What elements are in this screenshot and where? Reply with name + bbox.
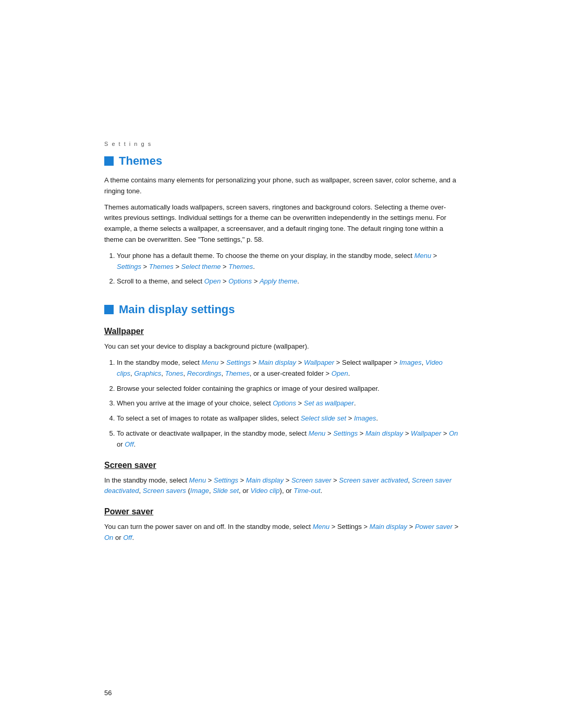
wp-item5-wallpaper[interactable]: Wallpaper — [411, 429, 441, 437]
wp-item4-selectslideset[interactable]: Select slide set — [301, 414, 346, 422]
themes-item1-sep1: > — [431, 252, 437, 260]
wallpaper-item-2: Browse your selected folder containing t… — [117, 384, 459, 394]
wp-item1-sep5: , — [422, 359, 425, 366]
wallpaper-item-4: To select a set of images to rotate as w… — [117, 413, 459, 424]
themes-item1-link-selecttheme[interactable]: Select theme — [181, 263, 221, 270]
ss-sep4: > — [331, 476, 339, 484]
ss-sep9: , or — [239, 487, 250, 495]
themes-item2-link-open[interactable]: Open — [204, 277, 221, 285]
wp-item1-graphics[interactable]: Graphics — [134, 369, 161, 377]
ps-powersaver[interactable]: Power saver — [415, 523, 452, 530]
main-display-heading: Main display settings — [104, 303, 459, 316]
wp-item5-menu[interactable]: Menu — [309, 429, 326, 437]
wp-item1-recordings[interactable]: Recordings — [187, 369, 222, 377]
wp-item1-sep8: , — [183, 369, 187, 377]
screen-saver-body: In the standby mode, select Menu > Setti… — [104, 475, 459, 497]
wp-item1-open[interactable]: Open — [332, 369, 348, 377]
themes-item2-sep1: > — [221, 277, 228, 285]
ps-before: You can turn the power saver on and off.… — [104, 523, 313, 530]
wp-item4-after: . — [376, 414, 378, 422]
wallpaper-title: Wallpaper — [104, 327, 459, 336]
themes-item1-text-before: Your phone has a default theme. To choos… — [117, 252, 414, 260]
page: S e t t i n g s Themes A theme contains … — [0, 0, 563, 728]
content-area: S e t t i n g s Themes A theme contains … — [0, 0, 563, 590]
screen-saver-title: Screen saver — [104, 461, 459, 470]
themes-item1-sep3: > — [174, 263, 181, 270]
themes-item2-text-after: . — [297, 277, 299, 285]
themes-body2: Themes automatically loads wallpapers, s… — [104, 202, 459, 245]
ps-sep4: or — [113, 534, 123, 541]
wp-item4-images[interactable]: Images — [354, 414, 376, 422]
wp-item5-before: To activate or deactivate wallpaper, in … — [117, 429, 309, 437]
wp-item1-wallpaper[interactable]: Wallpaper — [304, 359, 334, 366]
ss-menu[interactable]: Menu — [189, 476, 206, 484]
themes-item1-link-settings[interactable]: Settings — [117, 263, 141, 270]
ps-menu[interactable]: Menu — [313, 523, 330, 530]
settings-label: S e t t i n g s — [104, 141, 459, 147]
ss-screensaver[interactable]: Screen saver — [291, 476, 332, 484]
wp-item5-sep4: > — [441, 429, 449, 437]
themes-item1-text-after: . — [253, 263, 255, 270]
wallpaper-item-1: In the standby mode, select Menu > Setti… — [117, 357, 459, 379]
ss-screensavers[interactable]: Screen savers — [143, 487, 186, 495]
ps-off[interactable]: Off — [123, 534, 132, 541]
wp-item5-maindisplay[interactable]: Main display — [365, 429, 403, 437]
themes-item2-sep2: > — [252, 277, 260, 285]
ps-on[interactable]: On — [104, 534, 113, 541]
ss-after: ), or — [280, 487, 294, 495]
ss-videoclip[interactable]: Video clip — [250, 487, 279, 495]
themes-heading: Themes — [104, 154, 459, 168]
themes-icon — [104, 156, 114, 166]
wp-item1-after2: . — [348, 369, 350, 377]
wp-item1-tones[interactable]: Tones — [165, 369, 183, 377]
wp-item1-sep3: > — [296, 359, 304, 366]
wp-item2-text: Browse your selected folder containing t… — [117, 385, 380, 392]
themes-item1-sep2: > — [141, 263, 149, 270]
themes-item1-link-themes[interactable]: Themes — [149, 263, 174, 270]
themes-item2-link-options[interactable]: Options — [228, 277, 252, 285]
wp-item5-on[interactable]: On — [449, 429, 458, 437]
ss-activated[interactable]: Screen saver activated — [339, 476, 408, 484]
ss-settings[interactable]: Settings — [214, 476, 238, 484]
wp-item1-sep9: , — [221, 369, 225, 377]
ss-image[interactable]: Image — [190, 487, 209, 495]
wp-item1-sep7: , — [161, 369, 165, 377]
ss-maindisplay[interactable]: Main display — [246, 476, 284, 484]
wp-item5-sep2: > — [358, 429, 365, 437]
ss-slideset[interactable]: Slide set — [213, 487, 239, 495]
wp-item1-sep4: > Select wallpaper > — [334, 359, 399, 366]
wp-item4-before: To select a set of images to rotate as w… — [117, 414, 301, 422]
wp-item3-before: When you arrive at the image of your cho… — [117, 399, 273, 407]
main-display-title: Main display settings — [119, 303, 235, 316]
wp-item4-sep1: > — [346, 414, 354, 422]
ss-sep5: , — [408, 476, 412, 484]
wp-item1-menu[interactable]: Menu — [202, 359, 219, 366]
page-number: 56 — [104, 689, 112, 697]
ps-after: . — [132, 534, 134, 541]
wp-item1-themes[interactable]: Themes — [225, 369, 250, 377]
wp-item5-sep3: > — [403, 429, 411, 437]
wp-item5-settings[interactable]: Settings — [333, 429, 358, 437]
wp-item1-images[interactable]: Images — [399, 359, 422, 366]
wp-item1-settings[interactable]: Settings — [226, 359, 251, 366]
wp-item1-maindisplay[interactable]: Main display — [259, 359, 296, 366]
ss-before: In the standby mode, select — [104, 476, 189, 484]
ss-sep3: > — [284, 476, 291, 484]
themes-item1-link-menu[interactable]: Menu — [414, 252, 432, 260]
wp-item1-sep2: > — [251, 359, 259, 366]
wp-item3-setaswallpaper[interactable]: Set as wallpaper — [304, 399, 354, 407]
ps-sep2: > — [407, 523, 415, 530]
themes-list: Your phone has a default theme. To choos… — [117, 251, 459, 287]
power-saver-section: Power saver You can turn the power saver… — [104, 507, 459, 544]
ss-sep6: , — [139, 487, 143, 495]
themes-item2-link-applytheme[interactable]: Apply theme — [260, 277, 297, 285]
main-display-section: Main display settings Wallpaper You can … — [104, 303, 459, 544]
wp-item1-after: , or a user-created folder > — [250, 369, 332, 377]
themes-item1-link-themes2[interactable]: Themes — [228, 263, 253, 270]
ss-timeout[interactable]: Time-out — [293, 487, 320, 495]
wp-item3-options[interactable]: Options — [273, 399, 296, 407]
ps-maindisplay[interactable]: Main display — [370, 523, 407, 530]
wp-item5-off[interactable]: Off — [125, 440, 133, 448]
wallpaper-list: In the standby mode, select Menu > Setti… — [117, 357, 459, 450]
wallpaper-item-3: When you arrive at the image of your cho… — [117, 398, 459, 409]
